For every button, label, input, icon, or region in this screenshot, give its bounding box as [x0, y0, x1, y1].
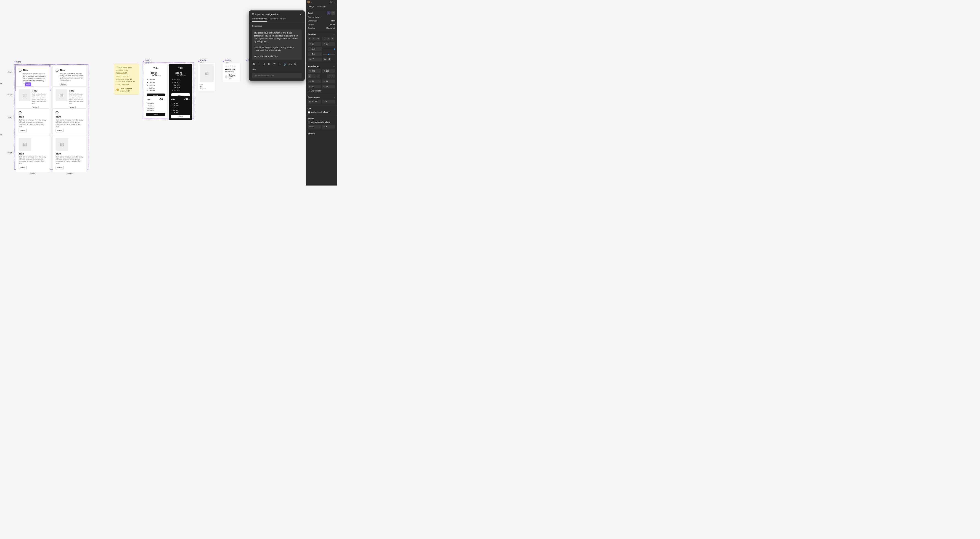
link-input[interactable]: Link to documentation — [252, 73, 302, 78]
direction-wrap-icon[interactable]: ↩ — [317, 74, 320, 78]
card-variant-image-v[interactable]: ▧ Title Body text for whatever you'd lik… — [16, 135, 50, 172]
avatar: ✎ — [116, 89, 119, 91]
frame-label-card[interactable]: ❖ Card — [14, 61, 21, 63]
appearance-settings-icon[interactable]: ⊚ — [334, 96, 335, 98]
gap-v-input[interactable]: ≡24 — [322, 79, 335, 83]
card-variant[interactable]: i Title Body text for whatever you'd lik… — [16, 108, 50, 135]
prop-direction[interactable]: Horizontal — [326, 27, 335, 29]
tab-design[interactable]: Design — [308, 5, 314, 10]
flip-v-icon[interactable]: ⇵ — [327, 57, 331, 61]
image-placeholder-icon: ▧ — [56, 138, 68, 151]
heading-icon[interactable]: H↕ — [268, 62, 271, 66]
valign-select[interactable]: ↕Top⌄ — [308, 52, 322, 56]
bold-icon[interactable]: B — [252, 62, 256, 66]
position-menu-icon[interactable]: ⋯ — [333, 33, 335, 35]
halign-select[interactable]: ↔Left⌄ — [308, 47, 322, 51]
gap-h-input[interactable]: ]|[24⌄ — [308, 79, 321, 83]
strikethrough-icon[interactable]: S — [262, 62, 266, 66]
close-icon[interactable]: ✕ — [299, 13, 302, 16]
card-variant-image-h[interactable]: ▧ Title Body text for whatever you'd lik… — [52, 86, 87, 112]
component-config-panel[interactable]: Component configuration ✕ Component set … — [249, 10, 305, 81]
align-bottom-icon[interactable]: ⊥ — [331, 37, 334, 41]
link-label: Link — [252, 68, 302, 71]
card-body: Body text for whatever you'd like to say… — [23, 73, 47, 82]
height-input[interactable]: H207⌄ — [322, 69, 335, 73]
pricing-card-dark-compact[interactable]: Title $50/ mo List itemList itemList ite… — [169, 96, 192, 120]
description-textarea[interactable]: The cards have a fixed width of 440 in t… — [252, 29, 302, 60]
ordered-list-icon[interactable]: ≡ — [278, 62, 282, 66]
italic-icon[interactable]: I — [257, 62, 261, 66]
chevron-down-icon[interactable]: ⌄ — [311, 1, 312, 3]
sticky-author: Luis Ouriach — [120, 87, 132, 90]
selection-name: Card — [308, 12, 312, 14]
pricing-card-light-compact[interactable]: Title $50/ mo List itemList itemList ite… — [144, 96, 167, 118]
avatar[interactable] — [307, 1, 310, 3]
design-canvas[interactable]: ❖ Card Icon al Image Icon al Image i Tit… — [0, 0, 30, 185]
tag-default: Default — [66, 172, 74, 174]
info-icon: i — [56, 111, 59, 114]
stroke-position-select[interactable]: Inside⌄ — [308, 125, 321, 129]
direction-horizontal-icon[interactable]: → — [312, 74, 316, 78]
x-input[interactable]: X20 — [308, 42, 321, 46]
flip-h-icon[interactable]: ⇋ — [323, 57, 327, 61]
align-left-icon[interactable]: ⫷ — [308, 37, 312, 41]
code-block-icon[interactable]: ⌘ — [294, 62, 297, 66]
tab-selected-variant[interactable]: Selected variant — [270, 17, 286, 21]
star-rating: ☆☆☆☆☆ — [225, 65, 238, 67]
pad-v-input[interactable]: ▢24 — [322, 85, 335, 89]
chevron-down-icon[interactable]: ⌄ — [334, 1, 336, 3]
pad-h-input[interactable]: |□|24 — [308, 85, 321, 89]
image-placeholder-icon: ▧ — [200, 64, 213, 82]
fill-swatch[interactable] — [308, 111, 310, 114]
opacity-input[interactable]: ◧100% — [308, 100, 321, 104]
tab-prototype[interactable]: Prototype — [317, 5, 326, 9]
tag-stroke: Stroke — [29, 172, 36, 174]
stroke-value[interactable]: Border/Default/Default — [311, 121, 330, 124]
settings-icon[interactable]: ⚙ — [327, 11, 331, 15]
card-variant[interactable]: i Title Body text for whatever you'd lik… — [52, 108, 87, 135]
card-variant-image-v[interactable]: ▧ Title Body text for whatever you'd lik… — [52, 135, 87, 172]
radius-input[interactable]: ⌐8 — [322, 100, 335, 104]
width-input[interactable]: |W|440⌄ — [308, 69, 321, 73]
v-slider[interactable] — [323, 54, 335, 54]
sticky-note[interactable]: These have been hidden from publishing. … — [114, 63, 139, 95]
prop-variant[interactable]: Stroke — [329, 24, 335, 26]
tag-icon-2: Icon — [7, 116, 13, 119]
autolayout-menu-icon[interactable]: ⋯ — [333, 65, 335, 68]
copy-icon[interactable]: ⧉ — [331, 11, 335, 15]
direction-vertical-icon[interactable]: ↓ — [308, 74, 312, 78]
sticky-text: These have been hidden from publishing. — [116, 66, 137, 74]
review-card[interactable]: ☆☆☆☆☆ Review title Review body Reviewer … — [223, 62, 240, 82]
link-icon[interactable]: 🔗 — [283, 62, 287, 66]
fill-value[interactable]: Background/Default/… — [311, 111, 330, 114]
align-top-icon[interactable]: ⊤ — [322, 37, 326, 41]
pricing-card-dark[interactable]: Title $50/ mo List itemList itemList ite… — [169, 64, 192, 100]
align-center-v-icon[interactable]: ⊥ — [326, 37, 330, 41]
prop-asset-type[interactable]: Icon — [331, 20, 335, 22]
tag-icon: Icon — [7, 71, 13, 73]
stroke-weight-input[interactable]: ≡1 — [322, 125, 335, 129]
alignment-grid[interactable]: ⋮⋮⋮ — [327, 74, 335, 78]
y-input[interactable]: Y20 — [322, 42, 335, 46]
h-slider[interactable] — [323, 49, 335, 49]
code-icon[interactable]: </> — [288, 62, 292, 66]
image-placeholder-icon: ▧ — [56, 89, 68, 101]
card-variant[interactable]: i Title Body text for whatever you'd lik… — [52, 66, 87, 89]
panel-title: Component configuration — [252, 13, 278, 16]
tag-horizontal: al — [0, 82, 3, 85]
unordered-list-icon[interactable]: ☰ — [273, 62, 276, 66]
align-center-h-icon[interactable]: ≡ — [312, 37, 316, 41]
info-icon: i — [19, 111, 21, 114]
pricing-card-light[interactable]: Title $50/ mo List itemList itemList ite… — [144, 64, 167, 101]
clip-content-checkbox[interactable] — [308, 90, 310, 92]
card-variant-image-h[interactable]: ▧ Title Body text for whatever you'd lik… — [16, 86, 50, 112]
tab-component-set[interactable]: Component set — [252, 17, 267, 22]
rotation-input[interactable]: ⟳0° — [308, 57, 322, 61]
card-title: Title — [23, 69, 47, 72]
align-right-icon[interactable]: ⫸ — [317, 37, 320, 41]
current-variant-label: Current variant — [308, 16, 335, 19]
price-value: $50/ mo — [146, 71, 165, 77]
play-icon[interactable]: ▷ — [331, 1, 332, 3]
product-card[interactable]: ▧ Text $0 Body text. — [198, 62, 215, 91]
stroke-swatch[interactable] — [308, 121, 310, 124]
